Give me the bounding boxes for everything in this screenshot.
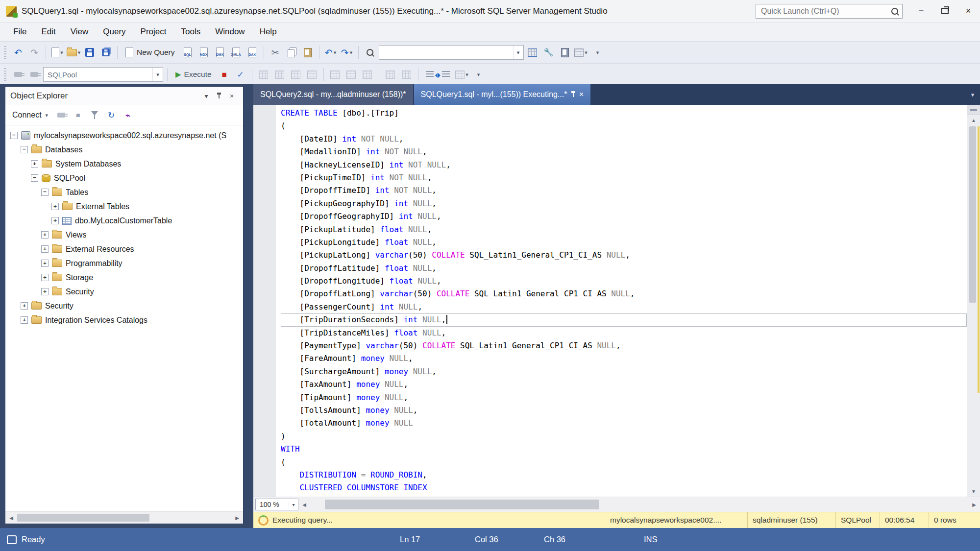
actual-plan-button[interactable] (289, 67, 303, 82)
new-query-button[interactable]: New Query (122, 45, 179, 60)
tree-item-security[interactable]: +Security (5, 285, 243, 299)
connect-button[interactable] (11, 67, 25, 82)
expand-icon[interactable]: + (41, 274, 49, 281)
code-line[interactable]: [PickupLatLong] varchar(50) COLLATE SQL_… (281, 249, 967, 262)
execute-button[interactable]: ▶ Execute (172, 67, 216, 82)
code-line[interactable]: [TaxAmount] money NULL, (281, 378, 967, 391)
code-line[interactable]: [DropoffGeographyID] int NULL, (281, 210, 967, 223)
tree-item-system-databases[interactable]: +System Databases (5, 157, 243, 171)
find-button[interactable] (363, 45, 377, 60)
chevron-down-icon[interactable]: ▾ (289, 502, 298, 507)
mdx-query-button[interactable]: MDX (196, 45, 211, 60)
code-line[interactable]: ( (281, 456, 967, 469)
tree-item-external-tables[interactable]: +External Tables (5, 199, 243, 214)
scroll-left-icon[interactable]: ◀ (5, 512, 17, 524)
code-line[interactable]: [PickupTimeID] int NOT NULL, (281, 171, 967, 184)
command-window-button[interactable]: ▾ (574, 45, 588, 60)
menu-window[interactable]: Window (208, 23, 252, 41)
expand-icon[interactable]: + (41, 231, 49, 239)
comment-button[interactable] (383, 67, 398, 82)
paste-button[interactable] (300, 45, 315, 60)
collapse-icon[interactable]: − (41, 189, 49, 196)
tree-item-integration-services-catalogs[interactable]: +Integration Services Catalogs (5, 313, 243, 327)
tree-item-tables[interactable]: −Tables (5, 185, 243, 199)
results-to-text-button[interactable] (328, 67, 343, 82)
code-line[interactable]: [DateID] int NOT NULL, (281, 133, 967, 145)
results-to-file-button[interactable] (360, 67, 375, 82)
code-line[interactable]: [PickupLongitude] float NULL, (281, 236, 967, 249)
minimize-button[interactable]: − (909, 0, 933, 23)
tree-item-storage[interactable]: +Storage (5, 270, 243, 285)
zoom-combo[interactable]: 100 % ▾ (255, 499, 298, 510)
code-line[interactable]: [MedallionID] int NOT NULL, (281, 145, 967, 158)
refresh-button[interactable]: ↻ (105, 108, 118, 122)
menu-tools[interactable]: Tools (173, 23, 208, 41)
tree-item-external-resources[interactable]: +External Resources (5, 242, 243, 256)
uncomment-button[interactable] (399, 67, 414, 82)
save-all-button[interactable] (98, 45, 113, 60)
tree-item-security[interactable]: +Security (5, 299, 243, 313)
estimated-plan-button[interactable] (256, 67, 271, 82)
code-line[interactable]: [TollsAmount] money NULL, (281, 404, 967, 417)
expand-icon[interactable]: + (51, 217, 59, 224)
object-explorer-hscrollbar[interactable]: ◀ ▶ (5, 511, 243, 524)
code-line[interactable]: WITH (281, 443, 967, 455)
tree-item-views[interactable]: +Views (5, 228, 243, 242)
splitter-grip[interactable] (967, 105, 980, 115)
expand-icon[interactable]: + (41, 260, 49, 267)
close-tab-button[interactable]: × (579, 90, 584, 99)
toolbar-grip[interactable] (4, 68, 6, 81)
open-file-button[interactable]: ▾ (66, 45, 81, 60)
filter-button[interactable] (88, 108, 101, 122)
new-file-button[interactable]: ▾ (50, 45, 65, 60)
code-line[interactable]: [TripDistanceMiles] float NULL, (281, 327, 967, 339)
copy-button[interactable] (284, 45, 299, 60)
code-line[interactable]: [SurchargeAmount] money NULL, (281, 365, 967, 378)
xmla-query-button[interactable]: XMLA (229, 45, 244, 60)
tree-item-programmability[interactable]: +Programmability (5, 256, 243, 270)
collapse-icon[interactable]: − (31, 174, 38, 182)
expand-icon[interactable]: + (31, 160, 38, 168)
scroll-down-icon[interactable]: ▼ (967, 486, 980, 497)
cut-button[interactable]: ✂ (268, 45, 283, 60)
pin-button[interactable] (213, 90, 225, 102)
sqlcmd-mode-button[interactable]: ▾ (455, 67, 469, 82)
scrollbar-thumb[interactable] (969, 126, 976, 303)
navigate-forward-button[interactable]: ↷ (27, 45, 42, 60)
close-panel-button[interactable]: × (225, 90, 238, 102)
menu-file[interactable]: File (6, 23, 34, 41)
code-line[interactable]: [PickupLatitude] float NULL, (281, 223, 967, 236)
quick-launch-input[interactable] (760, 6, 891, 16)
expand-icon[interactable]: + (51, 203, 59, 210)
code-line[interactable]: [PassengerCount] int NULL, (281, 301, 967, 313)
collapse-icon[interactable]: − (10, 132, 18, 139)
code-line[interactable]: [HackneyLicenseID] int NOT NULL, (281, 159, 967, 171)
results-to-grid-button[interactable] (344, 67, 359, 82)
code-line[interactable]: [PaymentType] varchar(50) COLLATE SQL_La… (281, 339, 967, 352)
code-line[interactable]: DISTRIBUTION = ROUND_ROBIN, (281, 469, 967, 481)
document-list-button[interactable]: ▾ (965, 84, 980, 105)
expand-icon[interactable]: + (41, 288, 49, 295)
code-line[interactable]: [FareAmount] money NULL, (281, 352, 967, 365)
scroll-up-icon[interactable]: ▲ (967, 115, 980, 125)
expand-icon[interactable]: + (21, 302, 28, 310)
cancel-executing-query-button[interactable]: ■ (217, 67, 232, 82)
navigate-backward-button[interactable]: ↶ (11, 45, 25, 60)
code-line[interactable]: [DropoffLatLong] varchar(50) COLLATE SQL… (281, 287, 967, 300)
save-button[interactable] (82, 45, 97, 60)
code-line[interactable]: [DropoffTimeID] int NOT NULL, (281, 184, 967, 197)
expand-icon[interactable]: + (41, 245, 49, 253)
chevron-down-icon[interactable]: ▾ (334, 49, 337, 56)
scroll-left-icon[interactable]: ◀ (298, 499, 310, 510)
increase-indent-button[interactable] (439, 67, 453, 82)
toolbar-options-button[interactable]: ▾ (471, 67, 486, 82)
stop-button[interactable]: ■ (72, 108, 84, 122)
toolbar-combobox-input[interactable] (379, 48, 513, 57)
parse-query-button[interactable]: ✓ (233, 67, 248, 82)
window-position-button[interactable]: ▾ (200, 90, 213, 102)
scroll-right-icon[interactable]: ▶ (968, 499, 980, 510)
code-line[interactable]: [TripDurationSeconds] int NULL, (281, 313, 967, 326)
tab-sqlquery2[interactable]: SQLQuery2.sql - my...qladminuser (158))* (253, 84, 413, 105)
chevron-down-icon[interactable]: ▾ (585, 49, 588, 56)
chevron-down-icon[interactable]: ▾ (60, 49, 63, 56)
